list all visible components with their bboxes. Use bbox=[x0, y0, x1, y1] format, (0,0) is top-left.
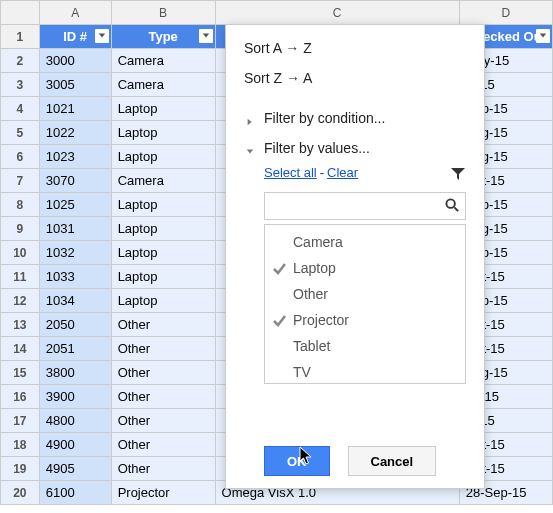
ok-button[interactable]: OK bbox=[264, 446, 330, 476]
cell[interactable]: Laptop bbox=[111, 289, 215, 313]
cell[interactable]: Other bbox=[111, 337, 215, 361]
svg-point-0 bbox=[446, 199, 454, 207]
col-header-C[interactable]: C bbox=[215, 1, 459, 25]
header-type[interactable]: Type bbox=[111, 25, 215, 49]
header-id[interactable]: ID # bbox=[39, 25, 111, 49]
cell[interactable]: Camera bbox=[111, 169, 215, 193]
chevron-down-icon bbox=[246, 143, 254, 159]
row-header[interactable]: 8 bbox=[1, 193, 40, 217]
cell[interactable]: 2050 bbox=[39, 313, 111, 337]
row-header[interactable]: 14 bbox=[1, 337, 40, 361]
cell[interactable]: 4905 bbox=[39, 457, 111, 481]
row-header[interactable]: 17 bbox=[1, 409, 40, 433]
filter-icon[interactable] bbox=[199, 29, 213, 43]
filter-value-item[interactable]: Tablet bbox=[265, 333, 465, 359]
filter-value-item[interactable]: Laptop bbox=[265, 255, 465, 281]
cell[interactable]: Other bbox=[111, 361, 215, 385]
cell[interactable]: 1033 bbox=[39, 265, 111, 289]
cell[interactable]: 3800 bbox=[39, 361, 111, 385]
chevron-right-icon bbox=[246, 113, 254, 129]
col-header-A[interactable]: A bbox=[39, 1, 111, 25]
row-header[interactable]: 5 bbox=[1, 121, 40, 145]
funnel-icon[interactable] bbox=[450, 166, 466, 185]
cancel-button[interactable]: Cancel bbox=[348, 446, 437, 476]
cell[interactable]: 3000 bbox=[39, 49, 111, 73]
cell[interactable]: 6100 bbox=[39, 481, 111, 505]
svg-line-1 bbox=[454, 207, 458, 211]
row-header[interactable]: 20 bbox=[1, 481, 40, 505]
row-header[interactable]: 11 bbox=[1, 265, 40, 289]
filter-by-condition[interactable]: Filter by condition... bbox=[226, 103, 484, 133]
cell[interactable]: 2051 bbox=[39, 337, 111, 361]
col-header-D[interactable]: D bbox=[459, 1, 552, 25]
search-input[interactable] bbox=[264, 192, 466, 220]
cell[interactable]: 4900 bbox=[39, 433, 111, 457]
cell[interactable]: 4800 bbox=[39, 409, 111, 433]
row-header[interactable]: 4 bbox=[1, 97, 40, 121]
row-header[interactable]: 16 bbox=[1, 385, 40, 409]
sort-za[interactable]: Sort Z → A bbox=[226, 63, 484, 93]
row-header[interactable]: 19 bbox=[1, 457, 40, 481]
sort-az[interactable]: Sort A → Z bbox=[226, 33, 484, 63]
cell[interactable]: Laptop bbox=[111, 241, 215, 265]
row-header[interactable]: 18 bbox=[1, 433, 40, 457]
cell[interactable]: Camera bbox=[111, 49, 215, 73]
cell[interactable]: 1021 bbox=[39, 97, 111, 121]
corner-cell[interactable] bbox=[1, 1, 40, 25]
search-icon bbox=[445, 198, 460, 216]
filter-by-values[interactable]: Filter by values... bbox=[226, 133, 484, 163]
filter-icon[interactable] bbox=[95, 29, 109, 43]
filter-icon[interactable] bbox=[536, 29, 550, 43]
row-header[interactable]: 2 bbox=[1, 49, 40, 73]
cell[interactable]: Laptop bbox=[111, 97, 215, 121]
filter-value-item[interactable]: Other bbox=[265, 281, 465, 307]
row-header[interactable]: 13 bbox=[1, 313, 40, 337]
cell[interactable]: 1032 bbox=[39, 241, 111, 265]
cell[interactable]: 3900 bbox=[39, 385, 111, 409]
cell[interactable]: Other bbox=[111, 457, 215, 481]
row-header[interactable]: 3 bbox=[1, 73, 40, 97]
col-header-B[interactable]: B bbox=[111, 1, 215, 25]
cell[interactable]: Laptop bbox=[111, 193, 215, 217]
cell[interactable]: Other bbox=[111, 433, 215, 457]
cell[interactable]: 1023 bbox=[39, 145, 111, 169]
cell[interactable]: 1034 bbox=[39, 289, 111, 313]
cell[interactable]: 1025 bbox=[39, 193, 111, 217]
check-icon bbox=[273, 314, 286, 330]
filter-value-item[interactable]: TV bbox=[265, 359, 465, 384]
cell[interactable]: Projector bbox=[111, 481, 215, 505]
row-header[interactable]: 12 bbox=[1, 289, 40, 313]
cell[interactable]: 3070 bbox=[39, 169, 111, 193]
filter-value-item[interactable]: Projector bbox=[265, 307, 465, 333]
cell[interactable]: Other bbox=[111, 385, 215, 409]
row-header-1[interactable]: 1 bbox=[1, 25, 40, 49]
row-header[interactable]: 9 bbox=[1, 217, 40, 241]
select-all-link[interactable]: Select all bbox=[264, 165, 317, 180]
row-header[interactable]: 10 bbox=[1, 241, 40, 265]
cell[interactable]: Laptop bbox=[111, 145, 215, 169]
cell[interactable]: Laptop bbox=[111, 265, 215, 289]
row-header[interactable]: 6 bbox=[1, 145, 40, 169]
cell[interactable]: Other bbox=[111, 313, 215, 337]
cell[interactable]: Laptop bbox=[111, 121, 215, 145]
filter-popup: Sort A → Z Sort Z → A Filter by conditio… bbox=[225, 24, 485, 489]
cell[interactable]: 1031 bbox=[39, 217, 111, 241]
cell[interactable]: Other bbox=[111, 409, 215, 433]
cell[interactable]: 3005 bbox=[39, 73, 111, 97]
clear-link[interactable]: Clear bbox=[327, 165, 358, 180]
cell[interactable]: Laptop bbox=[111, 217, 215, 241]
cell[interactable]: Camera bbox=[111, 73, 215, 97]
row-header[interactable]: 7 bbox=[1, 169, 40, 193]
check-icon bbox=[273, 262, 286, 278]
row-header[interactable]: 15 bbox=[1, 361, 40, 385]
cell[interactable]: 1022 bbox=[39, 121, 111, 145]
filter-value-item[interactable]: Camera bbox=[265, 229, 465, 255]
value-list: CameraLaptopOtherProjectorTabletTV bbox=[264, 224, 466, 384]
select-clear-links: Select all-Clear bbox=[226, 163, 484, 186]
